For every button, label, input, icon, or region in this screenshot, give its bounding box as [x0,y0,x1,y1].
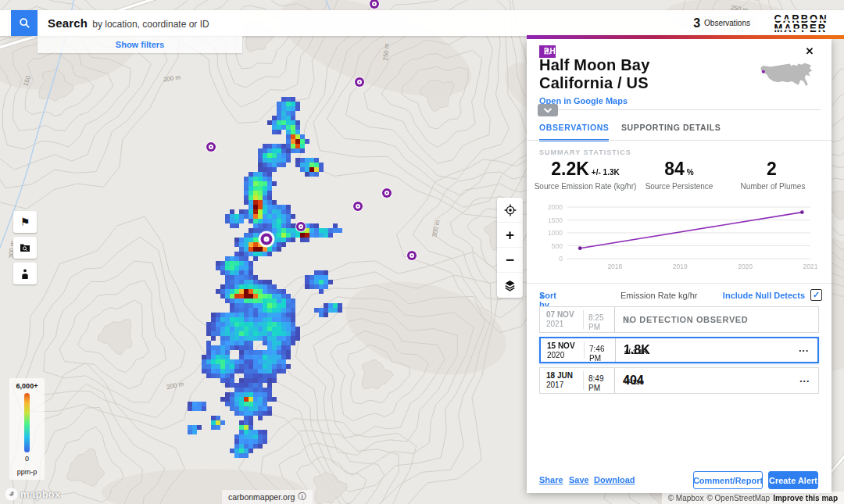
map-controls: + − [497,198,523,298]
legend-max: 6,000+ [16,382,38,390]
mapbox-logo[interactable]: mapbox [5,488,61,501]
legend-unit: ppm-p [17,468,38,476]
show-filters-button[interactable]: Show filters [38,36,242,53]
svg-text:2018: 2018 [607,263,622,270]
chart-divider [527,283,831,284]
svg-text:0: 0 [559,255,563,263]
street-view-button[interactable] [13,263,37,284]
sort-by-date-button[interactable]: Sort by Date ∧ [539,291,545,300]
legend-min: 0 [25,455,29,463]
observation-row-selected[interactable]: 15 NOV2020 7:46PM 1.8K+/-1.1K ••• [539,337,819,363]
chevron-down-icon [543,108,553,113]
plume-marker[interactable] [356,204,360,209]
mapbox-logo-icon [5,488,18,501]
collapse-panel-button[interactable] [538,104,558,116]
carbon-mapper-logo: CARBONMAPPER [758,10,844,36]
row-menu-button[interactable]: ••• [791,338,817,362]
observation-row[interactable]: 18 JUN2017 8:49PM 404+/-136 ••• [539,367,819,394]
carbonmapper-attribution[interactable]: carbonmapper.orgⓘ [222,490,313,504]
top-bar: Search by location, coordinate or ID Sho… [0,10,844,36]
locate-icon [504,204,517,216]
observations-count: 3 Observations [693,10,750,36]
flag-tool-button[interactable]: ⚑ [13,211,37,233]
plume-marker[interactable] [299,224,303,229]
person-icon [20,269,30,279]
svg-text:2020: 2020 [738,263,753,270]
svg-text:2021: 2021 [803,263,818,270]
svg-text:2000: 2000 [548,203,563,211]
row-menu-button[interactable]: ••• [792,368,818,393]
legend-color-ramp [24,393,30,452]
search-placeholder: by location, coordinate or ID [92,19,209,30]
layers-button[interactable] [497,273,523,298]
minimap-location-dot [762,70,765,73]
search-icon [19,17,30,29]
us-locator-minimap [760,59,813,95]
panel-title: Half Moon Bay [539,56,650,74]
mapbox-attribution-link[interactable]: © Mapbox [668,494,704,502]
plume-marker[interactable] [372,2,377,6]
plume-marker-selected[interactable] [264,237,270,242]
svg-text:1500: 1500 [548,216,563,224]
osm-attribution-link[interactable]: © OpenStreetMap [706,494,770,502]
observation-row-null[interactable]: 07 NOV2021 8:25PM ⚠ NO DETECTION OBSERVE… [539,306,819,333]
methane-plume-heatmap [169,88,356,472]
svg-text:500: 500 [552,242,563,250]
search-input[interactable]: Search by location, coordinate or ID [38,10,242,36]
download-link[interactable]: Download [594,475,635,484]
layers-icon [504,280,516,291]
panel-subtitle: California / US [539,74,649,92]
stat-plume-count: 2 Number of Plumes [710,159,835,191]
svg-text:1000: 1000 [548,229,563,237]
info-icon: ⓘ [298,491,306,502]
create-alert-button[interactable]: Create Alert [768,471,818,489]
svg-text:2019: 2019 [673,263,688,270]
improve-map-link[interactable]: Improve this map [773,494,838,502]
plume-marker[interactable] [409,253,414,258]
carbon-mapper-app: 150200 m250 m250 m300 m200 m300 m Search… [0,0,844,504]
saved-searches-button[interactable] [13,237,37,259]
summary-statistics-label: SUMMARY STATISTICS [539,148,631,156]
include-null-detects-checkbox[interactable]: ✓ [810,289,822,301]
include-null-detects-label[interactable]: Include Null Detects [723,291,805,300]
flag-icon: ⚑ [20,216,30,228]
zoom-in-button[interactable]: + [497,223,523,248]
plume-marker[interactable] [209,145,213,149]
search-button[interactable] [11,10,38,36]
concentration-legend: 6,000+ 0 ppm-p [9,378,45,480]
zoom-out-button[interactable]: − [497,248,523,273]
observations-count-label: Observations [704,19,750,27]
plume-marker[interactable] [384,191,389,195]
tabs-divider [527,140,831,141]
map-attribution: © Mapbox © OpenStreetMap Improve this ma… [662,491,844,504]
close-panel-button[interactable]: ✕ [803,45,816,57]
emission-rate-chart: 05001000150020002018201920202021 [527,194,831,275]
plume-marker[interactable] [357,80,362,84]
header-divider [538,109,821,110]
tab-observations[interactable]: OBSERVATIONS [539,123,609,141]
comment-report-button[interactable]: Comment/Report [693,471,763,489]
folder-search-icon [20,243,30,252]
observations-count-value: 3 [693,16,700,30]
search-label: Search [48,16,88,30]
locate-button[interactable] [497,198,523,223]
source-detail-panel: ⚠ PHME ✕ Half Moon Bay California / US O… [527,39,831,493]
tab-supporting-details[interactable]: SUPPORTING DETAILS [621,123,721,139]
emission-rate-column-header: Emission Rate kg/hr [620,291,697,300]
share-link[interactable]: Share [539,475,563,484]
contour-elevation-label: 250 m [382,43,391,61]
panel-accent-gradient [527,35,844,39]
save-link[interactable]: Save [569,475,589,484]
